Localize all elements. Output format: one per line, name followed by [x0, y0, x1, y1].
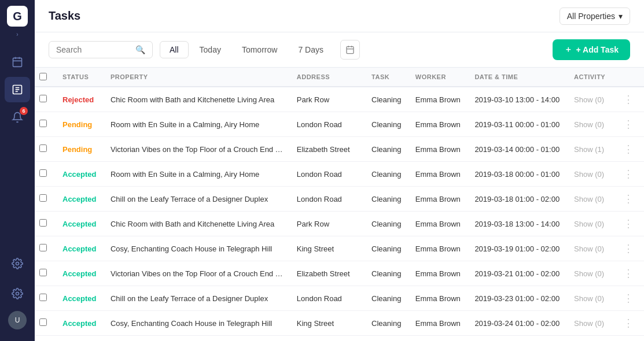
filter-today[interactable]: Today — [190, 41, 231, 58]
row-checkbox-cell — [35, 311, 56, 336]
property-selector-label: All Properties — [567, 12, 615, 21]
tasks-table: STATUS PROPERTY ADDRESS TASK WORKER DATE… — [35, 68, 644, 341]
row-checkbox-cell — [35, 187, 56, 212]
row-checkbox[interactable] — [39, 144, 47, 152]
row-datetime: 2019-03-21 01:00 - 02:00 — [468, 261, 567, 286]
row-activity: Show (0) — [567, 336, 613, 342]
row-datetime: 2019-03-18 13:00 - 14:00 — [468, 212, 567, 236]
sidebar-item-calendar[interactable] — [5, 49, 30, 75]
sidebar-bottom: U — [5, 251, 30, 335]
more-options-icon[interactable]: ⋮ — [620, 242, 637, 255]
show-activity-link[interactable]: Show (0) — [574, 120, 604, 129]
row-address: London Road — [290, 162, 365, 187]
row-activity: Show (0) — [567, 212, 613, 236]
row-datetime: 2019-03-26 01:00 - 02:00 — [468, 336, 567, 342]
show-activity-link[interactable]: Show (0) — [574, 294, 604, 303]
row-status: Accepted — [56, 261, 104, 286]
table-row: Accepted Secluded Loft in Edwardian Home… — [35, 336, 644, 342]
show-activity-link[interactable]: Show (0) — [574, 95, 604, 104]
show-activity-link[interactable]: Show (0) — [574, 170, 604, 179]
avatar[interactable]: U — [8, 311, 27, 329]
row-task: Cleaning — [365, 311, 409, 336]
row-checkbox[interactable] — [39, 269, 47, 276]
show-activity-link[interactable]: Show (0) — [574, 244, 604, 253]
header-status: STATUS — [56, 68, 104, 87]
more-options-icon[interactable]: ⋮ — [620, 266, 637, 280]
sidebar-nav: 6 — [5, 49, 30, 251]
more-options-icon[interactable]: ⋮ — [620, 316, 637, 330]
row-more: ⋮ — [613, 87, 644, 112]
header-checkbox-col — [35, 68, 56, 87]
more-options-icon[interactable]: ⋮ — [620, 167, 637, 181]
search-box[interactable]: 🔍 — [49, 41, 153, 58]
row-more: ⋮ — [613, 311, 644, 336]
row-worker: Emma Brown — [409, 187, 468, 212]
svg-rect-0 — [13, 58, 22, 66]
row-worker: Emma Brown — [409, 162, 468, 187]
row-checkbox[interactable] — [39, 194, 47, 202]
row-checkbox[interactable] — [39, 244, 47, 251]
row-property: Cosy, Enchanting Coach House in Telegrap… — [104, 311, 290, 336]
svg-point-8 — [16, 262, 19, 265]
row-more: ⋮ — [613, 236, 644, 261]
row-worker: Emma Brown — [409, 137, 468, 162]
row-checkbox[interactable] — [39, 95, 47, 102]
filter-tomorrow[interactable]: Tomorrow — [232, 41, 287, 58]
search-icon: 🔍 — [135, 45, 145, 54]
row-status: Accepted — [56, 236, 104, 261]
sidebar-item-notifications[interactable]: 6 — [5, 105, 30, 130]
sidebar-item-settings[interactable] — [5, 251, 30, 276]
row-task: Cleaning — [365, 137, 409, 162]
show-activity-link[interactable]: Show (0) — [574, 319, 604, 328]
table-row: Pending Victorian Vibes on the Top Floor… — [35, 137, 644, 162]
table-row: Accepted Chill on the Leafy Terrace of a… — [35, 286, 644, 311]
more-options-icon[interactable]: ⋮ — [620, 217, 637, 231]
row-checkbox[interactable] — [39, 294, 47, 301]
sidebar-item-tasks[interactable] — [5, 77, 30, 102]
add-task-button[interactable]: ＋ + Add Task — [553, 39, 630, 60]
row-more: ⋮ — [613, 336, 644, 342]
row-checkbox[interactable] — [39, 219, 47, 227]
more-options-icon[interactable]: ⋮ — [620, 142, 637, 156]
show-activity-link[interactable]: Show (0) — [574, 195, 604, 203]
row-datetime: 2019-03-11 00:00 - 01:00 — [468, 112, 567, 137]
show-activity-link[interactable]: Show (0) — [574, 269, 604, 278]
status-badge: Accepted — [62, 244, 97, 253]
show-activity-link[interactable]: Show (0) — [574, 220, 604, 228]
notifications-badge: 6 — [20, 107, 28, 115]
sidebar-logo[interactable]: G — [7, 6, 28, 27]
filter-all[interactable]: All — [160, 41, 189, 58]
row-checkbox[interactable] — [39, 120, 47, 127]
status-badge: Accepted — [62, 170, 97, 179]
more-options-icon[interactable]: ⋮ — [620, 117, 637, 131]
show-activity-link[interactable]: Show (1) — [574, 145, 604, 154]
row-worker: Emma Brown — [409, 261, 468, 286]
table-row: Accepted Chic Room with Bath and Kitchen… — [35, 212, 644, 236]
row-more: ⋮ — [613, 286, 644, 311]
property-selector[interactable]: All Properties ▾ — [560, 8, 630, 25]
row-datetime: 2019-03-18 00:00 - 01:00 — [468, 162, 567, 187]
status-badge: Accepted — [62, 195, 97, 203]
select-all-checkbox[interactable] — [39, 73, 47, 80]
row-address: Elizabeth Street — [290, 261, 365, 286]
row-checkbox[interactable] — [39, 169, 47, 177]
row-address: London Road — [290, 187, 365, 212]
row-property: Secluded Loft in Edwardian Home — [104, 336, 290, 342]
more-options-icon[interactable]: ⋮ — [620, 192, 637, 206]
row-checkbox[interactable] — [39, 318, 47, 326]
header-address: ADDRESS — [290, 68, 365, 87]
calendar-picker-button[interactable] — [340, 40, 360, 60]
row-task: Cleaning — [365, 336, 409, 342]
row-worker: Emma Brown — [409, 286, 468, 311]
sidebar-expand-icon[interactable]: › — [16, 31, 18, 38]
more-options-icon[interactable]: ⋮ — [620, 92, 637, 106]
row-checkbox-cell — [35, 336, 56, 342]
table-row: Rejected Chic Room with Bath and Kitchen… — [35, 87, 644, 112]
more-options-icon[interactable]: ⋮ — [620, 291, 637, 305]
add-task-label: + Add Task — [576, 45, 619, 54]
filter-7days[interactable]: 7 Days — [288, 41, 333, 58]
sidebar-item-settings2[interactable] — [5, 281, 30, 306]
search-input[interactable] — [56, 45, 131, 54]
row-worker: Emma Brown — [409, 112, 468, 137]
row-property: Chic Room with Bath and Kitchenette Livi… — [104, 87, 290, 112]
